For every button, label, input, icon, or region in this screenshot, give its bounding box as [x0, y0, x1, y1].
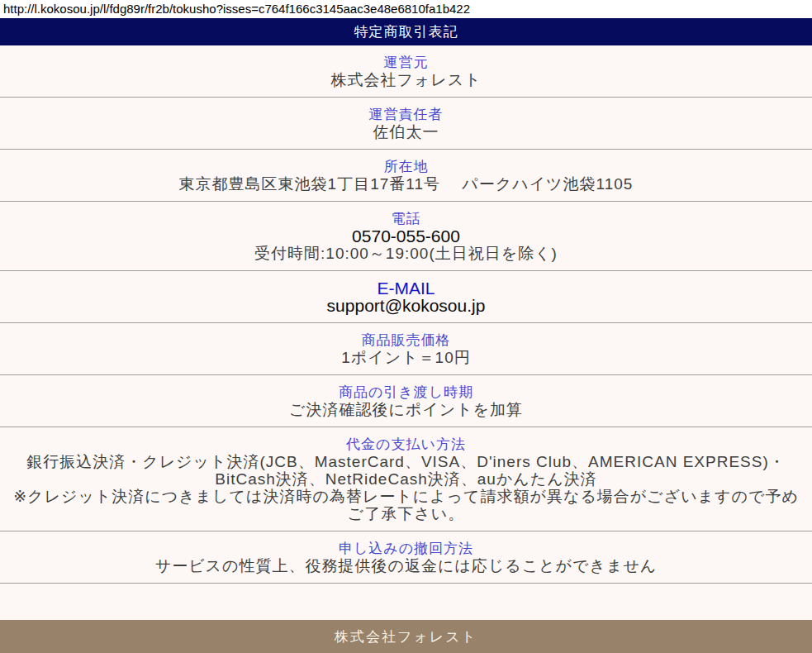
email-link[interactable]: E-MAIL [7, 279, 805, 297]
section-label: 商品の引き渡し時期 [7, 384, 805, 401]
section-line: 0570-055-600 [7, 227, 805, 245]
section-label: 商品販売価格 [7, 331, 805, 349]
section-row: 代金の支払い方法 銀行振込決済・クレジット決済(JCB、MasterCard、V… [0, 427, 812, 531]
section-lines: 銀行振込決済・クレジット決済(JCB、MasterCard、VISA、D'ine… [7, 453, 805, 522]
section-row: 商品販売価格 1ポイント＝10円 [0, 323, 812, 375]
section-row: 電話 0570-055-600受付時間:10:00～19:00(土日祝日を除く) [0, 202, 812, 271]
section-line: サービスの性質上、役務提供後の返金には応じることができません [7, 557, 805, 574]
empty-spacer [0, 584, 812, 620]
section-label: 申し込みの撤回方法 [7, 540, 805, 557]
section-line: ※クレジット決済につきましては決済時の為替レートによって請求額が異なる場合がござ… [7, 488, 805, 522]
footer-company-name: 株式会社フォレスト [335, 627, 477, 646]
section-lines: サービスの性質上、役務提供後の返金には応じることができません [7, 557, 805, 574]
section-line: ご決済確認後にポイントを加算 [7, 401, 805, 418]
section-lines: 佐伯太一 [7, 123, 805, 141]
header-bar: 特定商取引表記 [0, 18, 812, 45]
section-line: support@kokosou.jp [7, 297, 805, 314]
footer-bar: 株式会社フォレスト [0, 620, 812, 653]
section-line: 佐伯太一 [7, 123, 805, 141]
section-lines: 1ポイント＝10円 [7, 349, 805, 366]
section-row: 商品の引き渡し時期 ご決済確認後にポイントを加算 [0, 375, 812, 427]
section-line: BitCash決済、NetRideCash決済、auかんたん決済 [7, 470, 805, 488]
section-lines: support@kokosou.jp [7, 297, 805, 314]
section-row: 運営元 株式会社フォレスト [0, 45, 812, 98]
section-row: 運営責任者 佐伯太一 [0, 98, 812, 150]
section-row: E-MAIL support@kokosou.jp [0, 271, 812, 323]
section-row: 所在地 東京都豊島区東池袋1丁目17番11号 パークハイツ池袋1105 [0, 150, 812, 202]
section-line: 株式会社フォレスト [7, 71, 805, 88]
section-line: 東京都豊島区東池袋1丁目17番11号 パークハイツ池袋1105 [7, 175, 805, 193]
section-line: 1ポイント＝10円 [7, 349, 805, 366]
section-lines: 0570-055-600受付時間:10:00～19:00(土日祝日を除く) [7, 227, 805, 262]
section-row: 申し込みの撤回方法 サービスの性質上、役務提供後の返金には応じることができません [0, 531, 812, 584]
section-label: 運営元 [7, 54, 805, 71]
section-line: 銀行振込決済・クレジット決済(JCB、MasterCard、VISA、D'ine… [7, 453, 805, 470]
section-lines: ご決済確認後にポイントを加算 [7, 401, 805, 418]
page-url-text: http://l.kokosou.jp/l/fdg89r/fr2b/tokush… [0, 0, 812, 18]
section-lines: 東京都豊島区東池袋1丁目17番11号 パークハイツ池袋1105 [7, 175, 805, 193]
section-label: 代金の支払い方法 [7, 436, 805, 453]
section-label: 運営責任者 [7, 106, 805, 123]
section-lines: 株式会社フォレスト [7, 71, 805, 88]
section-label: 電話 [7, 210, 805, 227]
page-title: 特定商取引表記 [354, 22, 458, 41]
tokusho-table: 運営元 株式会社フォレスト 運営責任者 佐伯太一 所在地 東京都豊島区東池袋1丁… [0, 45, 812, 584]
section-line: 受付時間:10:00～19:00(土日祝日を除く) [7, 245, 805, 262]
section-label: 所在地 [7, 158, 805, 175]
